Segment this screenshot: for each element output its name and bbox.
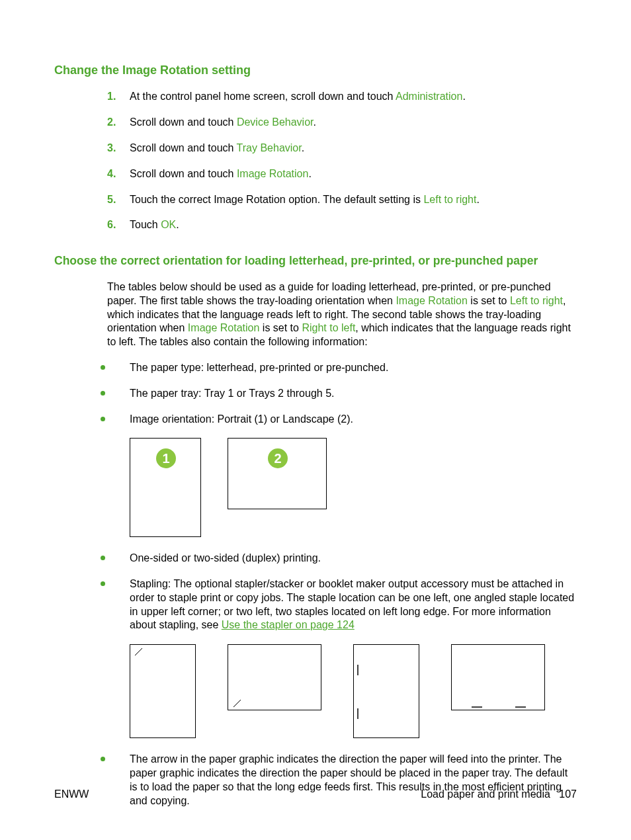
step-text-post: .	[176, 219, 179, 230]
step-text-post: .	[302, 142, 304, 153]
svg-line-1	[233, 700, 241, 707]
bullet-list-2: One-sided or two-sided (duplex) printing…	[101, 552, 577, 632]
ui-term-image-rotation: Image Rotation	[396, 295, 468, 306]
bullet-list-1: The paper type: letterhead, pre-printed …	[101, 361, 577, 426]
para-text: is set to	[468, 295, 510, 306]
footer-page-number: 107	[559, 788, 577, 800]
heading-change-image-rotation: Change the Image Rotation setting	[54, 63, 577, 78]
orientation-figures: 1 2	[130, 438, 577, 537]
ui-term-tray-behavior: Tray Behavior	[237, 142, 302, 153]
step-6: 6. Touch OK.	[107, 218, 577, 232]
heading-choose-orientation: Choose the correct orientation for loadi…	[54, 253, 577, 269]
ui-term-image-rotation: Image Rotation	[188, 322, 260, 333]
step-4: 4. Scroll down and touch Image Rotation.	[107, 167, 577, 181]
footer-left: ENWW	[54, 788, 89, 802]
ui-term-left-to-right: Left to right	[423, 194, 476, 205]
step-number: 2.	[107, 116, 116, 130]
list-item: Image orientation: Portrait (1) or Lands…	[101, 413, 577, 427]
staple-mark-icon	[354, 645, 420, 739]
list-item-text: The paper tray: Tray 1 or Trays 2 throug…	[130, 388, 334, 399]
numbered-steps: 1. At the control panel home screen, scr…	[107, 90, 577, 232]
page-footer: ENWW Load paper and print media 107	[54, 788, 577, 802]
svg-line-0	[135, 648, 142, 655]
step-3: 3. Scroll down and touch Tray Behavior.	[107, 142, 577, 155]
step-text: At the control panel home screen, scroll…	[130, 91, 396, 102]
stapler-link[interactable]: Use the stapler on page 124	[222, 619, 355, 630]
ui-term-device-behavior: Device Behavior	[237, 116, 314, 128]
step-number: 4.	[107, 167, 116, 181]
list-item: The paper tray: Tray 1 or Trays 2 throug…	[101, 387, 577, 401]
list-item: One-sided or two-sided (duplex) printing…	[101, 552, 577, 566]
ui-term-image-rotation: Image Rotation	[237, 168, 309, 179]
badge-2-icon: 2	[268, 448, 288, 468]
step-text: Scroll down and touch	[130, 168, 237, 179]
step-text: Touch	[130, 219, 161, 230]
step-text: Scroll down and touch	[130, 142, 237, 153]
list-item-text: Image orientation: Portrait (1) or Lands…	[130, 413, 353, 425]
list-item-text: One-sided or two-sided (duplex) printing…	[130, 552, 321, 564]
ui-term-administration: Administration	[396, 91, 462, 102]
portrait-orientation-icon: 1	[130, 438, 201, 537]
step-text-post: .	[308, 168, 311, 179]
ui-term-right-to-left: Right to left	[302, 322, 355, 333]
ui-term-ok: OK	[161, 219, 176, 230]
list-item-text: The paper type: letterhead, pre-printed …	[130, 362, 388, 373]
para-text: is set to	[259, 322, 302, 333]
staple-mark-icon	[130, 645, 196, 739]
step-text-post: .	[462, 91, 465, 102]
step-text: Scroll down and touch	[130, 116, 237, 128]
staple-one-left-angled-icon	[130, 644, 196, 738]
step-text-post: .	[314, 116, 316, 128]
step-number: 6.	[107, 218, 116, 232]
staple-mark-icon	[452, 645, 546, 711]
footer-right: Load paper and print media 107	[421, 788, 577, 802]
staple-two-left-icon	[353, 644, 419, 738]
staple-mark-icon	[228, 645, 322, 711]
step-number: 3.	[107, 142, 116, 155]
document-page: Change the Image Rotation setting 1. At …	[0, 0, 631, 840]
step-2: 2. Scroll down and touch Device Behavior…	[107, 116, 577, 130]
badge-1-icon: 1	[156, 448, 176, 468]
landscape-orientation-icon: 2	[228, 438, 327, 509]
list-item: The paper type: letterhead, pre-printed …	[101, 361, 577, 375]
step-number: 1.	[107, 90, 116, 104]
intro-paragraph: The tables below should be used as a gui…	[107, 280, 577, 349]
staple-figures	[130, 644, 577, 738]
step-1: 1. At the control panel home screen, scr…	[107, 90, 577, 104]
step-text: Touch the correct Image Rotation option.…	[130, 194, 423, 205]
step-number: 5.	[107, 193, 116, 207]
step-text-post: .	[476, 194, 479, 205]
ui-term-left-to-right: Left to right	[510, 295, 563, 306]
staple-one-left-angled-landscape-icon	[228, 644, 321, 710]
staple-two-left-landscape-icon	[451, 644, 545, 710]
step-5: 5. Touch the correct Image Rotation opti…	[107, 193, 577, 207]
footer-section-title: Load paper and print media	[421, 788, 550, 800]
list-item-stapling: Stapling: The optional stapler/stacker o…	[101, 577, 577, 632]
